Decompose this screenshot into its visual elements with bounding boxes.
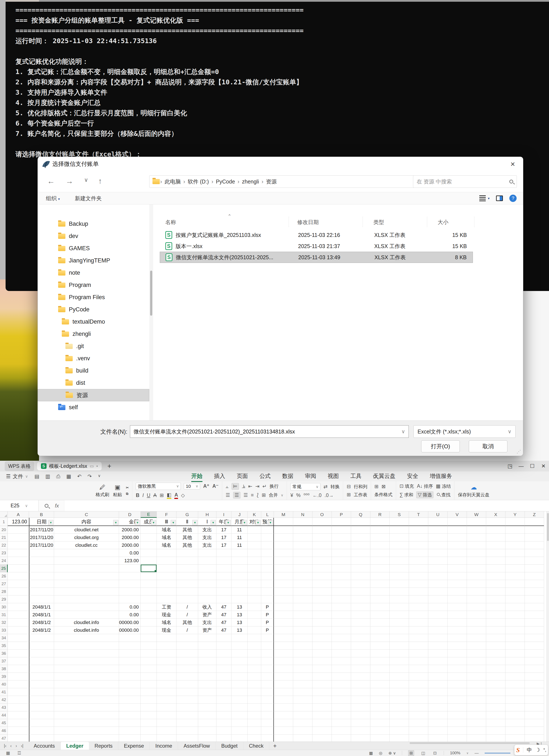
cell-K20[interactable] [248, 526, 261, 534]
cell-I42[interactable] [217, 696, 232, 704]
cell-N21[interactable] [293, 534, 312, 541]
cell-V38[interactable] [448, 665, 467, 673]
cell-S33[interactable] [390, 626, 409, 634]
cell-L26[interactable] [261, 572, 274, 580]
cell-G28[interactable] [177, 588, 198, 595]
cell-E38[interactable] [141, 665, 157, 673]
wrap-text-icon[interactable]: ↵ [263, 483, 267, 489]
decrease-indent-icon[interactable]: ⇤ [248, 483, 252, 489]
cell-O27[interactable] [312, 580, 332, 588]
cell-W33[interactable] [467, 626, 486, 634]
cell-E34[interactable] [141, 634, 157, 642]
cell-M36[interactable] [274, 650, 293, 657]
cell-L45[interactable] [261, 719, 274, 727]
cell-U27[interactable] [428, 580, 448, 588]
cell-M28[interactable] [274, 588, 293, 595]
cell-X20[interactable] [486, 526, 505, 534]
cell-U39[interactable] [428, 673, 448, 680]
cell-T42[interactable] [409, 696, 428, 704]
cell-B33[interactable]: 2048/1/2 [29, 626, 54, 634]
cell-T39[interactable] [409, 673, 428, 680]
column-header-S[interactable]: S [390, 511, 409, 518]
cell-I30[interactable]: 47 [217, 603, 232, 611]
cell-D34[interactable] [119, 634, 141, 642]
cell-F26[interactable] [157, 572, 177, 580]
cell-X28[interactable] [486, 588, 505, 595]
cell-G47[interactable] [177, 735, 198, 742]
cell-Z32[interactable] [525, 619, 544, 626]
cell-E29[interactable] [141, 595, 157, 603]
cell-A26[interactable] [8, 572, 29, 580]
cell-S26[interactable] [390, 572, 409, 580]
cell-O23[interactable] [312, 549, 332, 557]
cell-I33[interactable]: 47 [217, 626, 232, 634]
cell-T26[interactable] [409, 572, 428, 580]
cell-A47[interactable] [8, 735, 29, 742]
cell-M33[interactable] [274, 626, 293, 634]
cell-Z34[interactable] [525, 634, 544, 642]
maximize-button[interactable]: ☐ [527, 463, 538, 469]
cell-Y36[interactable] [505, 650, 525, 657]
cell-K23[interactable] [248, 549, 261, 557]
cell-W32[interactable] [467, 619, 486, 626]
cell-X41[interactable] [486, 688, 505, 696]
cell-N40[interactable] [293, 680, 312, 688]
cell-C42[interactable] [54, 696, 119, 704]
cell-V24[interactable] [448, 557, 467, 565]
cell-J21[interactable]: 11 [232, 534, 248, 541]
cell-Y29[interactable] [505, 595, 525, 603]
cell-O42[interactable] [312, 696, 332, 704]
cell-H41[interactable] [198, 688, 217, 696]
cell-U43[interactable] [428, 704, 448, 711]
cell-N45[interactable] [293, 719, 312, 727]
align-left-icon[interactable]: ☰ [226, 492, 230, 498]
cell-L40[interactable] [261, 680, 274, 688]
cell-E40[interactable] [141, 680, 157, 688]
cell-R32[interactable] [370, 619, 390, 626]
zoom-out-icon[interactable]: — [475, 751, 479, 755]
cell-C41[interactable] [54, 688, 119, 696]
cell-Z42[interactable] [525, 696, 544, 704]
cell-B25[interactable] [29, 565, 54, 572]
cell-H47[interactable] [198, 735, 217, 742]
cell-A42[interactable] [8, 696, 29, 704]
cell-J47[interactable] [232, 735, 248, 742]
cell-D32[interactable]: 100000.00 [119, 619, 141, 626]
ribbon-tab-增值服务[interactable]: 增值服务 [427, 471, 455, 482]
sheet-tab-Reports[interactable]: Reports [89, 742, 118, 750]
cell-P34[interactable] [332, 634, 351, 642]
cell-K31[interactable] [248, 611, 261, 619]
cell-L28[interactable] [261, 588, 274, 595]
cell-I47[interactable] [217, 735, 232, 742]
cell-V29[interactable] [448, 595, 467, 603]
cell-W39[interactable] [467, 673, 486, 680]
cell-Y44[interactable] [505, 711, 525, 719]
cell-A43[interactable] [8, 704, 29, 711]
cell-B39[interactable] [29, 673, 54, 680]
column-header-size[interactable]: 大小 [438, 219, 448, 226]
filter-button-G[interactable]: ▼ [192, 520, 198, 525]
ribbon-tab-公式[interactable]: 公式 [257, 471, 273, 482]
cell-N32[interactable] [293, 619, 312, 626]
cell-U32[interactable] [428, 619, 448, 626]
cell-V40[interactable] [448, 680, 467, 688]
cell-C47[interactable] [54, 735, 119, 742]
cell-A37[interactable] [8, 657, 29, 665]
cell-F21[interactable]: 域名 [157, 534, 177, 541]
align-right-icon[interactable]: ☰ [244, 492, 248, 498]
save-to-cloud-button[interactable]: ☁ 保存到天翼云盘 [458, 483, 489, 498]
cell-Q43[interactable] [351, 704, 370, 711]
cell-B20[interactable]: 2017/11/20 [29, 526, 54, 534]
cell-X30[interactable] [486, 603, 505, 611]
cell-C35[interactable] [54, 642, 119, 650]
cell-O21[interactable] [312, 534, 332, 541]
cell-Z38[interactable] [525, 665, 544, 673]
cell-M23[interactable] [274, 549, 293, 557]
cell-R25[interactable] [370, 565, 390, 572]
cell-I45[interactable] [217, 719, 232, 727]
cell-L33[interactable]: P [261, 626, 274, 634]
cell-H23[interactable] [198, 549, 217, 557]
cell-O47[interactable] [312, 735, 332, 742]
row-header-43[interactable]: 43 [0, 704, 8, 711]
reading-mode-icon[interactable]: ◎ [379, 751, 382, 756]
